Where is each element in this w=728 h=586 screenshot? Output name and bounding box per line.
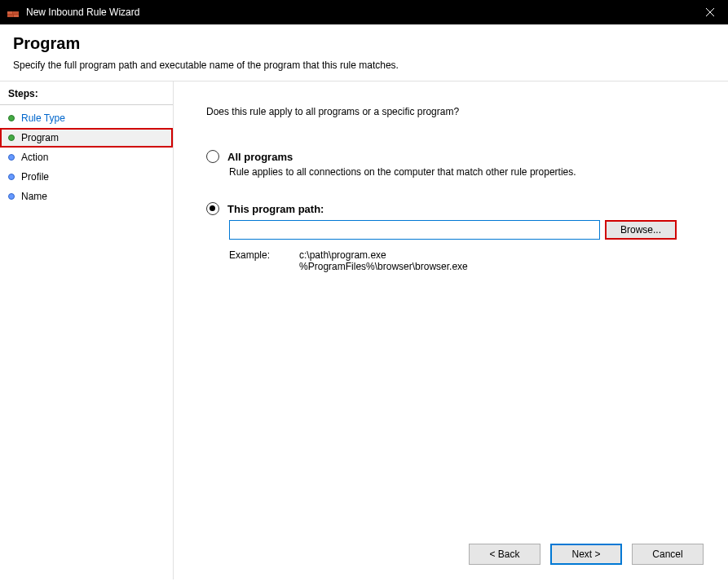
step-bullet-icon — [8, 134, 15, 141]
radio-all-programs-label[interactable]: All programs — [227, 151, 293, 163]
step-profile: Profile — [0, 167, 173, 187]
svg-rect-4 — [14, 15, 19, 17]
step-name: Name — [0, 187, 173, 206]
svg-rect-1 — [7, 11, 12, 14]
firewall-icon — [7, 6, 20, 19]
svg-rect-3 — [7, 15, 13, 17]
close-button[interactable] — [691, 0, 728, 24]
step-action: Action — [0, 148, 173, 167]
step-label: Name — [21, 191, 47, 202]
wizard-button-row: < Back Next > Cancel — [469, 544, 704, 565]
page-subtitle: Specify the full program path and execut… — [13, 59, 715, 71]
back-button[interactable]: < Back — [469, 544, 540, 565]
step-bullet-icon — [8, 193, 15, 200]
window-title: New Inbound Rule Wizard — [26, 7, 139, 18]
wizard-content: Does this rule apply to all programs or … — [174, 82, 728, 579]
page-title: Program — [13, 34, 715, 53]
step-label: Rule Type — [21, 112, 65, 124]
radio-program-path[interactable] — [206, 202, 219, 215]
step-bullet-icon — [8, 174, 15, 180]
program-path-input[interactable] — [229, 220, 600, 240]
radio-all-programs-desc: Rule applies to all connections on the c… — [229, 166, 695, 178]
step-rule-type[interactable]: Rule Type — [0, 108, 173, 128]
step-label: Program — [21, 132, 59, 143]
step-bullet-icon — [8, 115, 15, 121]
cancel-button[interactable]: Cancel — [632, 544, 704, 565]
step-bullet-icon — [8, 154, 15, 161]
example-label: Example: — [229, 249, 270, 272]
svg-rect-2 — [13, 11, 19, 14]
steps-heading: Steps: — [0, 86, 173, 105]
option-all-programs: All programs Rule applies to all connect… — [206, 150, 695, 178]
option-program-path: This program path: Browse... Example: c:… — [206, 202, 695, 272]
content-question: Does this rule apply to all programs or … — [206, 106, 695, 117]
radio-program-path-label[interactable]: This program path: — [227, 203, 324, 215]
step-label: Profile — [21, 171, 49, 183]
radio-all-programs[interactable] — [206, 150, 219, 163]
steps-sidebar: Steps: Rule Type Program Action Profile … — [0, 82, 174, 579]
titlebar: New Inbound Rule Wizard — [0, 0, 728, 24]
browse-button[interactable]: Browse... — [605, 220, 677, 240]
next-button[interactable]: Next > — [550, 544, 622, 565]
wizard-header: Program Specify the full program path an… — [0, 24, 728, 82]
step-label: Action — [21, 152, 48, 163]
example-paths: c:\path\program.exe %ProgramFiles%\brows… — [299, 249, 468, 272]
step-program: Program — [0, 128, 173, 148]
